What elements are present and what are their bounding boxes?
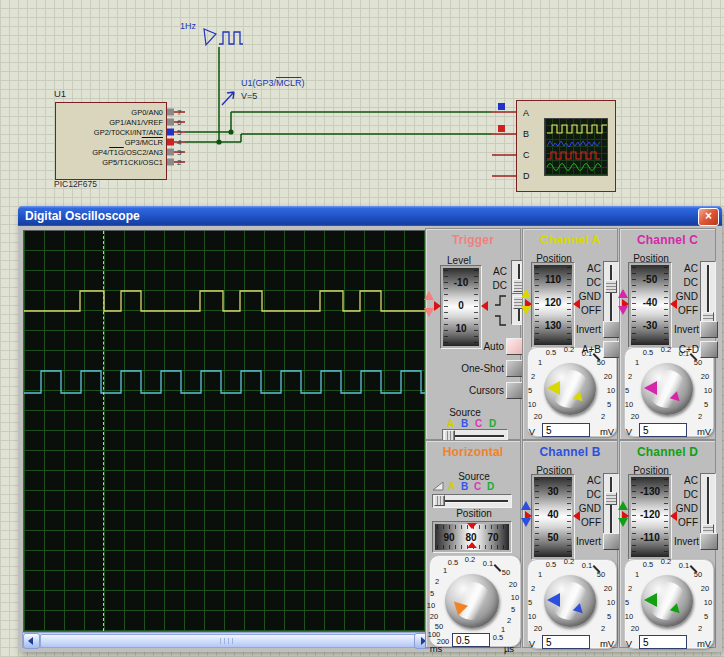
gain-knob-pointer [644,593,657,607]
gain-knob-pointer [547,381,560,395]
invert-button[interactable] [700,533,718,550]
knob-scale-label: 10 [528,400,536,409]
knob-scale-label: mV [600,638,614,649]
level-pointer-left [434,301,441,311]
channel-b-trace [24,371,432,393]
channel-title: Channel D [620,445,715,459]
scope-display [23,230,433,632]
proteus-workspace: { "schematic": { "clock_label": "1Hz", "… [0,0,724,657]
scroll-left-arrow-icon[interactable] [23,633,40,649]
knob-scale-label: 0.1 [483,559,493,568]
chip-part-number: PIC12F675 [54,179,97,189]
knob-scale-label: 5 [528,598,532,607]
knob-scale-label: 20 [430,612,438,621]
knob-scale-label: V [529,426,535,437]
knob-scale-label: 10 [625,400,633,409]
knob-scale-label: 5 [430,589,434,598]
knob-scale-label: 20 [701,584,709,593]
waveform-traces [24,231,432,631]
channel-coupling-slider[interactable] [603,261,619,327]
pic12f675-chip[interactable]: GP0/AN0GP1/AN1/VREFGP2/T0CKI/INT/AN2GP3/… [55,102,167,180]
cursors-label: Cursors [469,385,504,396]
knob-scale-label: 0.2 [465,555,475,564]
coupling-option-label: AC [684,475,698,486]
gain-value[interactable]: 5 [542,423,590,437]
position-nudge-arrows[interactable] [618,289,628,315]
svg-text:6: 6 [177,118,182,127]
gain-value[interactable]: 5 [542,635,590,649]
knob-scale-label: 20 [534,412,542,421]
dial-value: 130 [545,320,562,331]
channel-title: Channel B [523,445,617,459]
horizontal-panel: Horizontal Source ABCD Position 908070 0… [425,440,521,648]
knob-scale-label: 5 [625,386,629,395]
gain-value[interactable]: 5 [639,423,687,437]
dial-value: 50 [547,532,558,543]
dial-value: -30 [643,320,657,331]
source-letter-c: C [475,418,482,429]
channel-position-dial[interactable]: -130-120-110 [628,474,672,560]
hposition-pointer-top [467,523,477,529]
invert-label: Invert [674,536,699,547]
knob-scale-label: 10 [528,612,536,621]
knob-scale-label: V [529,638,535,649]
channel-title: Channel A [523,233,617,247]
timebase-value[interactable]: 0.5 [452,633,490,647]
knob-scale-label: 5 [625,598,629,607]
knob-scale-label: V [626,638,632,649]
channel-d-panel: Channel D Position -130-120-110 ACDCGNDO… [619,440,716,648]
channel-position-dial[interactable]: -50-40-30 [628,262,672,348]
coupling-option-label: DC [493,280,507,291]
knob-scale-label: 2 [435,577,439,586]
channel-position-dial[interactable]: 304050 [531,474,575,560]
knob-scale-label: 2 [628,584,632,593]
position-nudge-arrows[interactable] [521,289,531,315]
level-pointer-right [481,301,488,311]
knob-scale-label: 20 [534,624,542,633]
knob-scale-label: 0.5 [448,558,458,567]
gain-value[interactable]: 5 [639,635,687,649]
channel-coupling-slider[interactable] [700,261,716,327]
horizontal-source-slider[interactable] [432,494,512,508]
svg-text:2: 2 [177,158,182,167]
coupling-option-label: OFF [678,305,698,316]
position-nudge-arrows[interactable] [521,501,531,527]
gain-knob-pointer [644,381,657,395]
knob-scale-label: 10 [511,593,519,602]
knob-scale-label: 50 [502,568,510,577]
coupling-option-label: AC [587,475,601,486]
channel-c-panel: Channel C Position -50-40-30 ACDCGNDOFF [619,228,716,440]
dial-value: 10 [455,323,466,334]
coupling-option-label: GND [676,291,698,302]
hposition-pointer-bottom [467,542,477,548]
knob-scale-label: 20 [509,580,517,589]
knob-scale-label: 2 [531,584,535,593]
channel-coupling-slider[interactable] [700,473,716,539]
gain-knob-pointer [547,593,560,607]
oscilloscope-part[interactable]: ABCD [516,100,616,192]
channel-coupling-slider[interactable] [603,473,619,539]
knob-scale-label: 10 [607,598,615,607]
knob-scale-label: 2 [698,624,702,633]
trigger-cursor-line[interactable] [103,231,104,631]
c-plus-d-button[interactable] [700,341,718,358]
scrollbar-thumb[interactable] [40,634,416,648]
close-button[interactable]: × [698,208,719,226]
level-nudge-arrows[interactable] [424,291,434,317]
source-letter-a: A [447,418,454,429]
dial-value: -130 [640,486,660,497]
probe-value: V=5 [241,91,257,101]
dial-value: 110 [545,274,561,285]
position-nudge-arrows[interactable] [618,501,628,527]
invert-button[interactable] [700,321,718,338]
oscilloscope-part-screen [544,118,608,176]
window-title-bar[interactable]: Digital Oscilloscope × [18,206,722,226]
knob-scale-label: 20 [631,624,639,633]
knob-scale-label: ms [430,643,443,654]
scope-input-label: D [523,170,530,182]
knob-scale-label: µs [504,643,514,654]
channel-position-dial[interactable]: 110120130 [531,262,575,348]
display-scrollbar[interactable] [22,632,432,648]
dial-value: 40 [547,509,558,520]
trigger-title: Trigger [426,233,520,247]
